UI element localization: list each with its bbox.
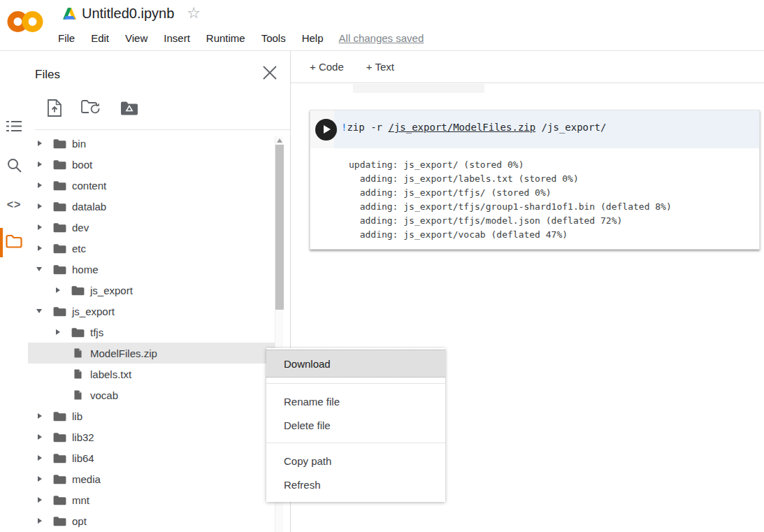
context-menu-download[interactable]: Download: [266, 350, 445, 378]
search-stack-overflow-clip: SEARCH STACK OVERFLOW: [353, 84, 484, 93]
expand-arrow-icon[interactable]: [36, 476, 52, 482]
expand-arrow-icon[interactable]: [36, 518, 52, 524]
folder-icon: [52, 474, 66, 484]
folder-icon: [52, 432, 66, 443]
tree-item-label: datalab: [72, 201, 106, 213]
tree-item-js_export[interactable]: js_export: [28, 301, 275, 322]
file-icon: [71, 390, 85, 400]
search-stack-overflow-button[interactable]: SEARCH STACK OVERFLOW: [353, 84, 484, 93]
scrollbar-thumb[interactable]: [275, 145, 284, 310]
tree-item-bin[interactable]: bin: [28, 133, 275, 154]
expand-arrow-icon[interactable]: [36, 224, 52, 230]
tree-item-labels.txt[interactable]: labels.txt: [28, 364, 275, 384]
tree-item-etc[interactable]: etc: [28, 238, 275, 259]
output-line: adding: js_export/tfjs/model.json (defla…: [349, 214, 759, 228]
mount-drive-icon[interactable]: [120, 101, 138, 115]
collapse-arrow-icon[interactable]: [36, 309, 52, 313]
tree-item-lib64[interactable]: lib64: [28, 447, 275, 468]
code-token: /js_export/: [535, 122, 606, 133]
scroll-up-arrow-icon[interactable]: [277, 138, 282, 143]
drive-icon: [63, 8, 76, 20]
expand-arrow-icon[interactable]: [36, 203, 52, 209]
output-line: adding: js_export/tfjs/ (stored 0%): [349, 186, 759, 200]
tree-item-label: opt: [72, 515, 87, 527]
tree-item-media[interactable]: media: [28, 468, 275, 489]
expand-arrow-icon[interactable]: [36, 161, 52, 167]
tree-item-label: home: [72, 264, 99, 275]
colab-logo-icon[interactable]: [7, 10, 43, 36]
tree-item-ModelFiles.zip[interactable]: ModelFiles.zip: [28, 343, 275, 364]
expand-arrow-icon[interactable]: [36, 434, 52, 440]
tree-item-home[interactable]: home: [28, 259, 275, 280]
output-line: adding: js_export/tfjs/group1-shard1of1.…: [349, 200, 759, 214]
tree-item-tfjs[interactable]: tfjs: [28, 322, 275, 343]
cell-toolbar: + Code + Text: [291, 51, 764, 83]
menu-insert[interactable]: Insert: [164, 32, 190, 44]
search-icon[interactable]: [0, 158, 28, 173]
upload-file-icon[interactable]: [48, 99, 62, 117]
code-line: !zip -r /js_export/ModelFiles.zip /js_ex…: [341, 122, 606, 133]
tree-item-mnt[interactable]: mnt: [28, 489, 275, 510]
expand-arrow-icon[interactable]: [36, 455, 52, 461]
header: Untitled0.ipynb ☆ FileEditViewInsertRunt…: [0, 0, 764, 51]
run-cell-button[interactable]: [315, 119, 337, 141]
code-snippets-icon[interactable]: <>: [0, 199, 28, 211]
tree-item-datalab[interactable]: datalab: [28, 196, 275, 217]
context-menu-rename-file[interactable]: Rename file: [266, 389, 445, 413]
menu-tools[interactable]: Tools: [261, 32, 286, 44]
notebook-title[interactable]: Untitled0.ipynb: [82, 6, 174, 22]
tree-item-label: lib64: [72, 452, 94, 464]
refresh-folder-icon[interactable]: [81, 99, 101, 116]
tree-item-label: mnt: [72, 494, 89, 506]
code-editor[interactable]: !zip -r /js_export/ModelFiles.zip /js_ex…: [334, 110, 759, 148]
tree-item-label: lib: [72, 410, 82, 422]
expand-arrow-icon[interactable]: [36, 497, 52, 503]
tree-item-label: tfjs: [90, 326, 103, 338]
expand-arrow-icon[interactable]: [55, 287, 71, 293]
tree-item-boot[interactable]: boot: [28, 154, 275, 175]
expand-arrow-icon[interactable]: [36, 413, 52, 419]
output-line: updating: js_export/ (stored 0%): [349, 158, 759, 172]
collapse-arrow-icon[interactable]: [36, 267, 52, 271]
tree-item-label: vocab: [90, 389, 118, 401]
menu-edit[interactable]: Edit: [91, 32, 109, 44]
expand-arrow-icon[interactable]: [36, 245, 52, 251]
tree-item-label: etc: [72, 243, 86, 254]
menu-view[interactable]: View: [125, 32, 147, 44]
expand-arrow-icon[interactable]: [36, 141, 52, 146]
tree-item-lib32[interactable]: lib32: [28, 426, 275, 447]
table-of-contents-icon[interactable]: [0, 120, 28, 132]
folder-icon: [71, 327, 85, 338]
star-outline-icon[interactable]: ☆: [187, 6, 201, 21]
menu-help[interactable]: Help: [302, 32, 324, 44]
tree-item-dev[interactable]: dev: [28, 217, 275, 238]
context-menu-copy-path[interactable]: Copy path: [266, 449, 445, 473]
tree-item-content[interactable]: content: [28, 175, 275, 196]
expand-arrow-icon[interactable]: [55, 329, 71, 335]
tree-item-label: bin: [72, 138, 86, 150]
tree-item-lib[interactable]: lib: [28, 405, 275, 426]
context-menu-refresh[interactable]: Refresh: [266, 473, 445, 496]
menu-runtime[interactable]: Runtime: [206, 32, 245, 44]
code-token: zip -r: [347, 122, 388, 133]
tree-item-js_export[interactable]: js_export: [28, 280, 275, 301]
output-line: adding: js_export/labels.txt (stored 0%): [349, 172, 759, 186]
save-status[interactable]: All changes saved: [339, 32, 424, 44]
left-icon-rail: <>: [0, 51, 28, 532]
tree-item-opt[interactable]: opt: [28, 510, 275, 531]
tree-item-vocab[interactable]: vocab: [28, 384, 275, 405]
close-icon[interactable]: [262, 65, 278, 80]
context-menu-delete-file[interactable]: Delete file: [266, 413, 445, 437]
code-token: /js_export/ModelFiles.zip: [388, 122, 535, 133]
menu-file[interactable]: File: [58, 32, 75, 44]
add-code-button[interactable]: + Code: [310, 61, 344, 73]
folder-icon: [52, 516, 66, 526]
folder-icon: [52, 222, 66, 233]
add-text-button[interactable]: + Text: [366, 61, 394, 73]
menu-separator: [266, 443, 445, 443]
expand-arrow-icon[interactable]: [36, 182, 52, 188]
tree-item-label: ModelFiles.zip: [90, 347, 157, 359]
files-icon[interactable]: [0, 234, 28, 248]
cell-output: updating: js_export/ (stored 0%) adding:…: [310, 148, 759, 249]
files-panel-title: Files: [35, 68, 60, 82]
